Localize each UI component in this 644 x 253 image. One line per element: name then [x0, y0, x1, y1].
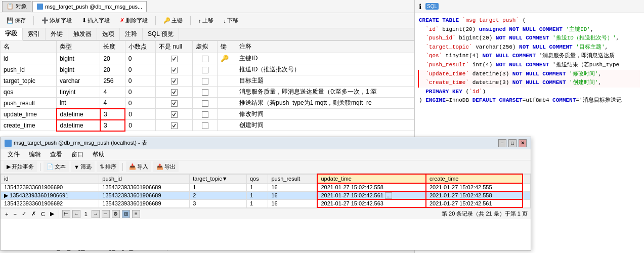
grid-view-btn[interactable]: ⊞ — [122, 210, 130, 218]
field-virtual[interactable] — [192, 53, 217, 64]
insert-field-button[interactable]: ⬇ 插入字段 — [78, 15, 113, 26]
col-h-id[interactable]: id — [1, 174, 99, 183]
field-length[interactable]: 20 — [100, 53, 125, 64]
field-name[interactable]: target_topic — [1, 75, 57, 87]
run-btn[interactable]: ▶ — [49, 210, 56, 217]
field-name[interactable]: push_result — [1, 98, 57, 109]
tab-object[interactable]: 📋 对象 — [2, 1, 31, 12]
field-name[interactable]: create_time — [1, 120, 57, 131]
maximize-button[interactable]: □ — [508, 139, 517, 147]
field-type[interactable]: bigint — [57, 53, 100, 64]
field-notnull[interactable] — [156, 120, 193, 131]
field-decimal[interactable]: 0 — [125, 64, 155, 75]
col-h-push-result[interactable]: push_result — [268, 174, 317, 183]
menu-window[interactable]: 窗口 — [67, 149, 88, 160]
field-notnull[interactable] — [156, 87, 193, 98]
filter-button[interactable]: ▼ 筛选 — [71, 161, 95, 172]
col-h-create-time[interactable]: create_time — [426, 174, 523, 183]
start-transaction-button[interactable]: ▶ 开始事务 — [4, 161, 37, 172]
data-cell-create-time[interactable]: 2021-01-27 15:02:42.555 — [426, 183, 523, 191]
cancel-edit-btn[interactable]: ✗ — [30, 210, 37, 217]
import-button[interactable]: 📥 导入 — [126, 161, 151, 172]
field-decimal[interactable]: 0 — [125, 120, 155, 131]
col-h-target-topic[interactable]: target_topic▼ — [190, 174, 247, 183]
field-length[interactable]: 3 — [100, 120, 125, 131]
menu-file[interactable]: 文件 — [4, 149, 24, 160]
field-length[interactable]: 4 — [100, 87, 125, 98]
field-type[interactable]: bigint — [57, 64, 100, 75]
field-virtual[interactable] — [192, 98, 217, 109]
tab-foreign-key[interactable]: 外键 — [46, 28, 68, 40]
close-button[interactable]: ✕ — [519, 139, 527, 147]
tab-table[interactable]: msg_target_push @db_mx_msg_pus... — [32, 1, 147, 12]
menu-edit[interactable]: 编辑 — [25, 149, 45, 160]
save-icon: 💾 — [7, 17, 14, 24]
field-decimal[interactable]: 0 — [125, 98, 155, 109]
text-button[interactable]: 📄 文本 — [44, 161, 69, 172]
field-type[interactable]: datetime — [57, 109, 100, 120]
field-virtual[interactable] — [192, 64, 217, 75]
refresh-btn[interactable]: C — [39, 211, 47, 217]
field-decimal[interactable]: 0 — [125, 53, 155, 64]
field-virtual[interactable] — [192, 75, 217, 87]
sort-button[interactable]: ⇅ 排序 — [97, 161, 119, 172]
field-virtual[interactable] — [192, 120, 217, 131]
data-cell-create-time[interactable]: 2021-01-27 15:02:42.558 — [426, 191, 523, 199]
tab-options[interactable]: 选项 — [97, 28, 120, 40]
field-virtual[interactable] — [192, 109, 217, 120]
tab-sql-preview[interactable]: SQL 预览 — [143, 28, 179, 40]
save-button[interactable]: 💾 保存 — [3, 15, 29, 26]
col-h-qos[interactable]: qos — [246, 174, 268, 183]
field-notnull[interactable] — [156, 109, 193, 120]
tab-triggers[interactable]: 触发器 — [68, 28, 97, 40]
field-type[interactable]: int — [57, 98, 100, 109]
field-name[interactable]: id — [1, 53, 57, 64]
menu-view[interactable]: 查看 — [46, 149, 66, 160]
data-cell-update-time[interactable]: 2021-01-27 15:02:42.558 — [317, 183, 426, 191]
data-cell-update-time[interactable]: 2021-01-27 15:02:42.561 ... — [317, 191, 426, 199]
menu-help[interactable]: 帮助 — [89, 149, 109, 160]
next-page-btn[interactable]: → — [92, 210, 100, 218]
confirm-btn[interactable]: ✓ — [20, 210, 28, 217]
field-notnull[interactable] — [156, 64, 193, 75]
data-cell-create-time[interactable]: 2021-01-27 15:02:42.561 — [426, 199, 523, 207]
field-virtual[interactable] — [192, 87, 217, 98]
field-type[interactable]: datetime — [57, 120, 100, 131]
field-comment: 目标主题 — [236, 75, 414, 87]
last-page-btn[interactable]: ⊣ — [102, 210, 110, 218]
col-h-push-id[interactable]: push_id — [99, 174, 190, 183]
add-row-btn[interactable]: + — [4, 211, 10, 217]
move-up-button[interactable]: ↑ 上移 — [195, 15, 217, 26]
field-decimal[interactable]: 0 — [125, 109, 155, 120]
field-decimal[interactable]: 0 — [125, 75, 155, 87]
field-name[interactable]: push_id — [1, 64, 57, 75]
delete-row-btn[interactable]: − — [12, 211, 18, 217]
field-length[interactable]: 256 — [100, 75, 125, 87]
field-notnull[interactable] — [156, 75, 193, 87]
add-field-button[interactable]: ➕ 添加字段 — [38, 15, 75, 26]
field-decimal[interactable]: 0 — [125, 87, 155, 98]
field-type[interactable]: varchar — [57, 75, 100, 87]
list-view-btn[interactable]: ≡ — [132, 210, 140, 218]
field-name[interactable]: update_time — [1, 109, 57, 120]
settings-btn[interactable]: ⚙ — [112, 210, 120, 218]
prev-page-btn[interactable]: ← — [72, 210, 80, 218]
col-h-update-time[interactable]: update_time — [317, 174, 426, 183]
tab-comment[interactable]: 注释 — [120, 28, 143, 40]
field-notnull[interactable] — [156, 98, 193, 109]
tab-fields[interactable]: 字段 — [0, 28, 23, 40]
field-type[interactable]: tinyint — [57, 87, 100, 98]
export-button[interactable]: 📤 导出 — [153, 161, 179, 172]
primary-key-button[interactable]: 🔑 主键 — [160, 15, 186, 26]
first-page-btn[interactable]: ⊢ — [62, 210, 70, 218]
delete-field-button[interactable]: ✗ 删除字段 — [116, 15, 151, 26]
minimize-button[interactable]: − — [498, 139, 506, 147]
move-down-button[interactable]: ↓ 下移 — [220, 15, 242, 26]
field-notnull[interactable] — [156, 53, 193, 64]
field-name[interactable]: qos — [1, 87, 57, 98]
data-cell-update-time[interactable]: 2021-01-27 15:02:42.563 — [317, 199, 426, 207]
field-length[interactable]: 20 — [100, 64, 125, 75]
field-length[interactable]: 4 — [100, 98, 125, 109]
field-length[interactable]: 3 — [100, 109, 125, 120]
tab-index[interactable]: 索引 — [23, 28, 46, 40]
